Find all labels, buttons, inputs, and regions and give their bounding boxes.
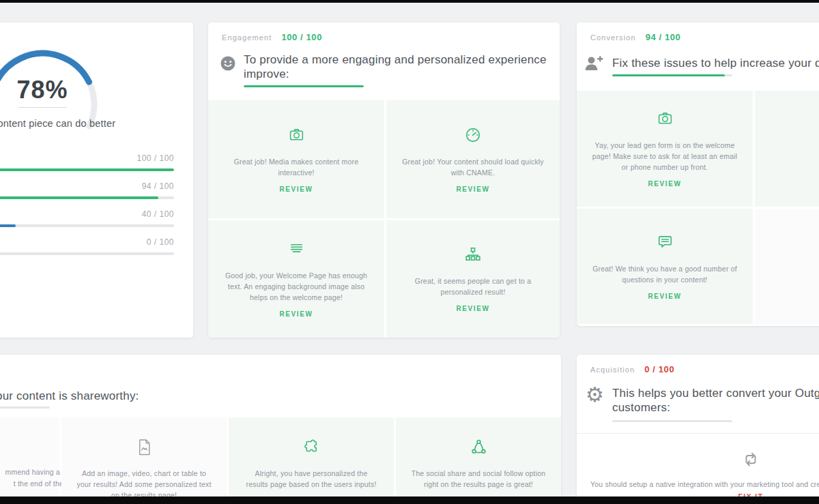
user-plus-icon (582, 54, 605, 73)
insight-grid: Yay, your lead gen form is on the welcom… (577, 91, 819, 324)
score-bar-label: 94 / 100 (0, 181, 174, 192)
insight-tile: Great job! Media makes content more inte… (208, 100, 384, 218)
title-progress-underline (612, 74, 732, 76)
insight-text: Great! We think you have a good number o… (592, 263, 738, 285)
card-header: Conversion 94 / 100 (590, 32, 680, 42)
review-link[interactable]: REVIEW (456, 186, 489, 193)
insight-tile: Great! We think you have a good number o… (577, 209, 753, 324)
shareworthy-card: our content is shareworthy: mmend having… (0, 355, 561, 504)
insight-grid: mmend having a t the end of the Add an i… (0, 417, 561, 504)
score-bar-track (0, 196, 174, 199)
camera-icon (656, 110, 674, 129)
smiley-icon (220, 55, 236, 72)
engagement-card: Engagement 100 / 100 To provide a more e… (208, 23, 560, 338)
insight-text: Alright, you have personalized the resul… (244, 468, 379, 490)
category-score: 0 / 100 (644, 364, 674, 374)
clipped-insight-text: t the end of the (14, 478, 63, 489)
score-bar-track (0, 168, 174, 171)
insight-tile: Alright, you have personalized the resul… (229, 417, 394, 504)
gauge-subtitle: Your content piece can do better (0, 118, 193, 129)
review-link[interactable]: REVIEW (279, 186, 313, 193)
score-bar-track (0, 224, 174, 227)
score-bar-fill (0, 224, 16, 227)
underline-fill (612, 74, 725, 76)
category-label: Engagement (222, 33, 272, 42)
card-title: our content is shareworthy: (0, 389, 405, 403)
title-progress-underline (612, 420, 732, 422)
insight-text: Yay, your lead gen form is on the welcom… (592, 140, 738, 173)
insight-text: The social share and social follow optio… (411, 468, 546, 490)
insight-tile-clipped: mmend having a t the end of the (0, 417, 59, 504)
category-score: 94 / 100 (646, 32, 681, 42)
score-bar-label: 40 / 100 (0, 209, 174, 220)
clipped-insight-text: mmend having a (5, 466, 60, 477)
insight-text: You should setup a native integration wi… (590, 479, 819, 490)
review-link[interactable]: REVIEW (279, 310, 313, 318)
underline-fill (244, 85, 364, 87)
insight-tile: You should setup a native integration wi… (590, 449, 819, 502)
card-title: This helps you better convert your Outgr… (612, 386, 819, 415)
puzzle-icon (302, 438, 321, 457)
letterbox-bottom (0, 496, 819, 504)
overall-score-card: 78% Your content piece can do better 100… (0, 23, 193, 338)
score-bar-track (0, 252, 174, 255)
card-title: To provide a more engaging and personali… (244, 53, 558, 81)
score-bar-fill (0, 196, 158, 199)
section-score-bars: 100 / 100 94 / 100 40 / 100 0 / 100 (0, 153, 174, 265)
insight-text: Great job! Media makes content more inte… (223, 156, 369, 178)
score-bar-label: 100 / 100 (0, 153, 174, 164)
insight-text: Good job, your Welcome Page has enough t… (223, 270, 369, 303)
category-label: Acquisition (590, 366, 635, 374)
letterbox-top (0, 0, 819, 3)
insight-tile: The social share and social follow optio… (396, 417, 561, 504)
review-link[interactable]: REVIEW (456, 305, 489, 312)
category-score: 100 / 100 (281, 32, 322, 42)
repeat-icon (590, 449, 819, 468)
review-link[interactable]: REVIEW (648, 180, 681, 188)
text-lines-icon (287, 240, 306, 259)
insight-tile: Great, it seems people can get to a pers… (386, 220, 560, 338)
speedometer-icon (464, 126, 482, 145)
overall-percent: 78% (0, 76, 193, 104)
card-header: Acquisition 0 / 100 (590, 364, 674, 374)
insight-tile-clipped: Too many options p remove a few optio vi… (755, 209, 819, 324)
card-title: Fix these issues to help increase your q… (612, 56, 819, 70)
insight-tile: Yay, your lead gen form is on the welcom… (577, 91, 753, 207)
title-progress-underline (0, 406, 50, 409)
review-link[interactable]: REVIEW (648, 293, 681, 300)
scorecard-dashboard: { "colors": { "green": "#35b877", "green… (0, 0, 819, 504)
percent-divider (18, 107, 67, 108)
share-icon (470, 438, 488, 457)
camera-icon (287, 126, 306, 145)
image-doc-icon (136, 438, 153, 457)
score-bar-row: 40 / 100 (0, 209, 174, 227)
score-bar-row: 100 / 100 (0, 153, 174, 171)
score-bar-row: 94 / 100 (0, 181, 174, 199)
acquisition-card: Acquisition 0 / 100 ⚙ This helps you bet… (577, 355, 819, 504)
insight-text: Add an image, video, chart or table to y… (76, 468, 212, 501)
section-divider (577, 433, 819, 434)
category-label: Conversion (590, 33, 636, 42)
insight-tile: Good job, your Welcome Page has enough t… (208, 220, 384, 338)
score-bar-label: 0 / 100 (0, 237, 174, 248)
card-header: Engagement 100 / 100 (222, 32, 322, 42)
score-bar-fill (0, 168, 174, 171)
gear-icon: ⚙ (586, 385, 604, 405)
score-bar-row: 0 / 100 (0, 237, 174, 255)
chat-lines-icon (656, 233, 674, 252)
insight-grid: Great job! Media makes content more inte… (208, 100, 560, 338)
insight-tile-clipped: Your lea (755, 91, 819, 207)
sitemap-icon (464, 246, 482, 265)
insight-text: Great, it seems people can get to a pers… (401, 276, 545, 297)
title-progress-underline (244, 85, 364, 87)
conversion-card: Conversion 94 / 100 Fix these issues to … (577, 23, 819, 326)
insight-tile: Add an image, video, chart or table to y… (61, 417, 227, 504)
insight-tile: Great job! Your content should load quic… (386, 100, 560, 218)
insight-text: Great job! Your content should load quic… (401, 156, 545, 178)
